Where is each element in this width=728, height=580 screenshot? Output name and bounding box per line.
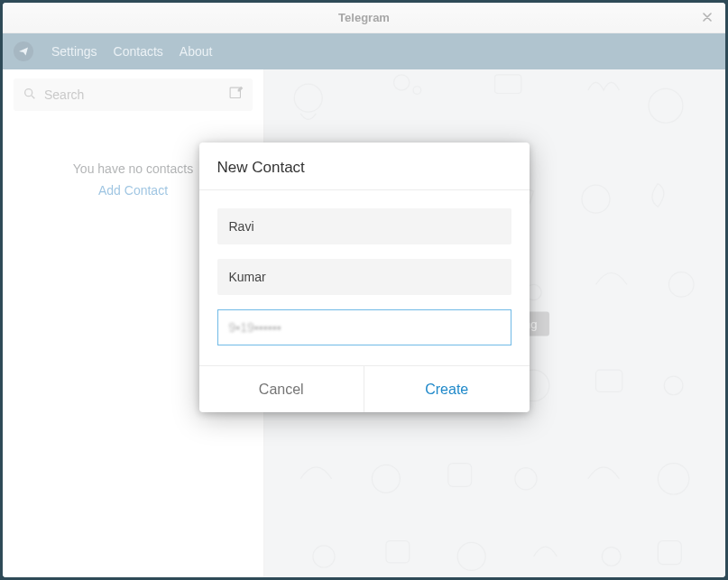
phone-input-value: 9▪19▪▪▪▪▪▪ (229, 320, 281, 335)
dialog-body: 9▪19▪▪▪▪▪▪ (199, 190, 530, 365)
first-name-input[interactable] (217, 208, 511, 244)
phone-input[interactable]: 9▪19▪▪▪▪▪▪ (217, 309, 511, 345)
modal-overlay: New Contact 9▪19▪▪▪▪▪▪ Cancel Create (3, 3, 725, 577)
last-name-input[interactable] (217, 259, 511, 295)
create-button[interactable]: Create (364, 366, 530, 412)
dialog-title: New Contact (199, 143, 530, 190)
app-window: Telegram Settings Contacts About Search (3, 3, 725, 577)
dialog-actions: Cancel Create (199, 365, 530, 412)
cancel-button[interactable]: Cancel (199, 366, 365, 412)
new-contact-dialog: New Contact 9▪19▪▪▪▪▪▪ Cancel Create (199, 143, 530, 412)
